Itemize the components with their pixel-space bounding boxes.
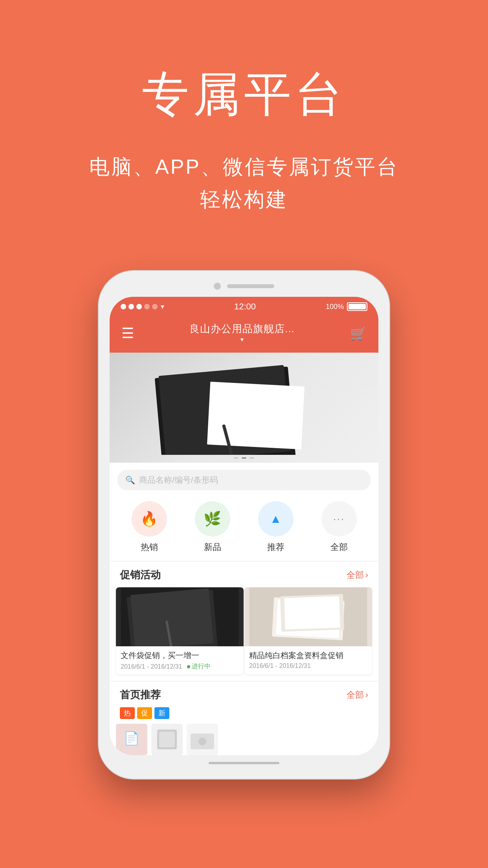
svg-point-22 — [198, 737, 206, 745]
svg-rect-7 — [130, 588, 213, 647]
signal-dots — [121, 304, 158, 309]
banner-dot-2 — [242, 457, 246, 459]
hero-subtitle-line1: 电脑、APP、微信专属订货平台 — [89, 155, 399, 178]
rec-icon-circle: ▲ — [258, 501, 294, 537]
promo-status-1: 进行中 — [184, 662, 211, 671]
hero-subtitle: 电脑、APP、微信专属订货平台 轻松构建 — [24, 151, 464, 216]
nav-center: 良山办公用品旗舰店... ▾ — [189, 322, 295, 345]
front-camera — [214, 283, 221, 290]
hot-label: 热销 — [141, 541, 158, 553]
all-icon-circle: ··· — [321, 501, 357, 537]
promo-tag: 促 — [137, 707, 152, 719]
menu-icon[interactable]: ☰ — [121, 325, 134, 342]
promo-img-2 — [244, 587, 372, 646]
search-icon: 🔍 — [125, 475, 135, 485]
dots-icon: ··· — [333, 513, 345, 525]
hero-subtitle-line2: 轻松构建 — [200, 188, 288, 211]
recommended-section: 首页推荐 全部 › 热 促 新 📄 — [110, 681, 378, 755]
dropdown-arrow[interactable]: ▾ — [189, 336, 295, 345]
product-thumb-3[interactable] — [187, 724, 218, 755]
status-right: 100% — [326, 302, 367, 311]
category-rec[interactable]: ▲ 推荐 — [258, 501, 294, 553]
promo-header: 促销活动 全部 › — [110, 561, 378, 587]
battery-fill — [349, 304, 366, 309]
promo-card-1[interactable]: 文件袋促销，买一增一 2016/6/1 - 2016/12/31 进行中 — [116, 587, 244, 675]
rec-title: 首页推荐 — [120, 688, 161, 702]
wifi-icon: ▾ — [161, 302, 164, 311]
promo-date-1: 2016/6/1 - 2016/12/31 进行中 — [121, 662, 239, 671]
rec-chevron-right-icon: › — [365, 690, 368, 700]
promo-img-1 — [116, 587, 244, 646]
banner-dot-1 — [234, 457, 238, 459]
category-all[interactable]: ··· 全部 — [321, 501, 357, 553]
promo-date-2: 2016/6/1 - 2016/12/31 — [249, 662, 367, 669]
promo-more-button[interactable]: 全部 › — [347, 569, 368, 581]
battery-bar — [347, 302, 367, 311]
product-thumb-1[interactable]: 📄 — [116, 724, 147, 755]
cart-icon[interactable]: 🛒 — [350, 326, 367, 341]
signal-dot-5 — [152, 304, 158, 309]
rec-more-button[interactable]: 全部 › — [347, 689, 368, 701]
status-green-dot-1 — [187, 665, 190, 668]
all-label: 全部 — [330, 541, 348, 553]
new-label: 新品 — [204, 541, 221, 553]
hero-title: 专属平台 — [24, 63, 464, 127]
signal-dot-2 — [128, 304, 134, 309]
status-time: 12:00 — [234, 302, 256, 312]
promo-title: 促销活动 — [120, 568, 161, 582]
category-grid: 🔥 热销 🌿 新品 ▲ 推荐 — [110, 497, 378, 561]
chevron-right-icon: › — [365, 570, 368, 580]
promo-section: 促销活动 全部 › — [110, 561, 378, 681]
leaf-icon: 🌿 — [204, 511, 221, 527]
new-tag: 新 — [154, 707, 169, 719]
svg-rect-14 — [284, 596, 340, 630]
phone-screen: ▾ 12:00 100% ☰ 良山办公用品旗舰店... ▾ 🛒 — [110, 297, 378, 755]
products-row: 📄 — [110, 724, 378, 755]
phone-bottom — [110, 755, 378, 767]
hot-icon: 🔥 — [140, 511, 158, 527]
signal-dot-3 — [136, 304, 142, 309]
signal-dot-1 — [121, 304, 126, 309]
hot-icon-circle: 🔥 — [132, 501, 167, 537]
banner-image — [110, 353, 378, 463]
status-bar: ▾ 12:00 100% — [110, 297, 378, 316]
promo-illustration-1 — [116, 587, 244, 646]
svg-text:📄: 📄 — [124, 731, 139, 746]
nav-title: 良山办公用品旗舰店... — [189, 322, 295, 336]
phone-top-details — [110, 283, 378, 290]
product-tags-row: 热 促 新 — [110, 707, 378, 724]
battery-percentage: 100% — [326, 303, 344, 311]
hero-section: 专属平台 电脑、APP、微信专属订货平台 轻松构建 — [0, 0, 488, 247]
promo-cards-container: 文件袋促销，买一增一 2016/6/1 - 2016/12/31 进行中 — [110, 587, 378, 681]
new-icon-circle: 🌿 — [195, 501, 230, 537]
phone-container: ▾ 12:00 100% ☰ 良山办公用品旗舰店... ▾ 🛒 — [0, 247, 488, 779]
svg-rect-2 — [207, 382, 305, 449]
phone-mockup: ▾ 12:00 100% ☰ 良山办公用品旗舰店... ▾ 🛒 — [99, 271, 389, 779]
category-hot[interactable]: 🔥 热销 — [132, 501, 167, 553]
status-left: ▾ — [121, 302, 164, 311]
triangle-icon: ▲ — [270, 512, 282, 526]
app-navbar: ☰ 良山办公用品旗舰店... ▾ 🛒 — [110, 316, 378, 353]
signal-dot-4 — [144, 304, 150, 309]
promo-illustration-2 — [244, 587, 372, 646]
promo-info-1: 文件袋促销，买一增一 2016/6/1 - 2016/12/31 进行中 — [116, 646, 244, 675]
banner-indicators — [234, 457, 254, 459]
search-bar[interactable]: 🔍 商品名称/编号/条形码 — [117, 470, 371, 490]
hot-tag: 热 — [120, 707, 135, 719]
phone-speaker — [227, 284, 274, 288]
search-placeholder-text: 商品名称/编号/条形码 — [139, 474, 218, 485]
svg-rect-19 — [159, 732, 175, 747]
promo-name-2: 精品纯白档案盒资料盒促销 — [249, 650, 367, 661]
product-thumb-2[interactable] — [151, 724, 183, 755]
banner-section[interactable] — [110, 353, 378, 463]
promo-info-2: 精品纯白档案盒资料盒促销 2016/6/1 - 2016/12/31 — [244, 646, 372, 673]
rec-header: 首页推荐 全部 › — [110, 681, 378, 707]
category-new[interactable]: 🌿 新品 — [195, 501, 230, 553]
home-indicator — [209, 762, 279, 764]
promo-card-2[interactable]: 精品纯白档案盒资料盒促销 2016/6/1 - 2016/12/31 — [244, 587, 372, 675]
banner-dot-3 — [250, 457, 254, 459]
rec-label: 推荐 — [267, 541, 284, 553]
notebook-illustration — [146, 360, 342, 455]
promo-name-1: 文件袋促销，买一增一 — [121, 650, 239, 661]
